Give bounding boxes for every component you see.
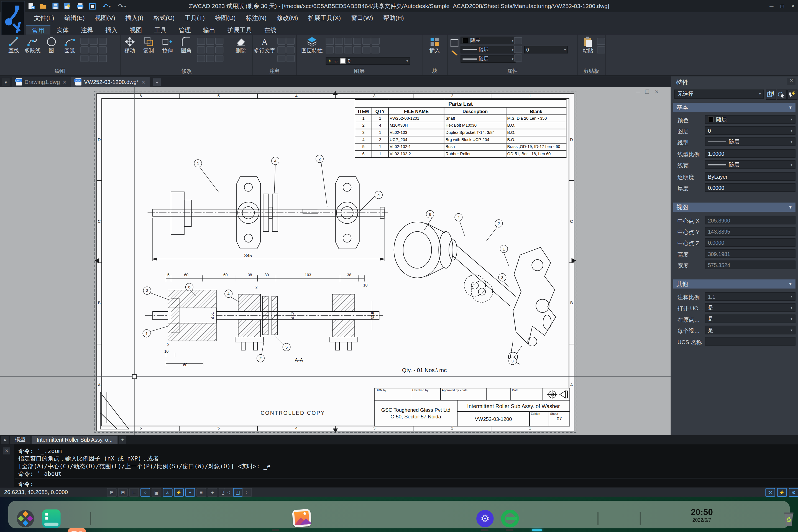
status-toggle-icon[interactable]: ▣ bbox=[152, 488, 161, 496]
document-tab[interactable]: Drawing1.dwg ✕ bbox=[12, 77, 71, 87]
section-other[interactable]: 其他▼ bbox=[673, 279, 796, 288]
transparency-field[interactable]: ByLayer bbox=[705, 172, 796, 180]
trash-icon[interactable]: ♻ bbox=[780, 510, 798, 528]
menu-item[interactable]: 窗口(W) bbox=[346, 12, 378, 24]
ucs-icon-field[interactable]: 是▾ bbox=[705, 303, 796, 312]
status-toggle-icon[interactable]: ∟ bbox=[129, 488, 139, 496]
select-objects-icon[interactable] bbox=[777, 90, 787, 100]
ucs-name-field[interactable] bbox=[705, 337, 796, 345]
menu-item[interactable]: 帮助(H) bbox=[378, 12, 409, 24]
annotation-scale-field[interactable]: 1:1▾ bbox=[705, 292, 796, 301]
document-tab-active[interactable]: VW252-03-1200.dwg* ✕ bbox=[71, 77, 150, 87]
photos-app-icon[interactable] bbox=[292, 509, 312, 528]
ltscale-field[interactable]: 1.0000 bbox=[705, 149, 796, 158]
close-button[interactable]: × bbox=[788, 2, 798, 10]
menu-item[interactable]: 格式(O) bbox=[149, 12, 180, 24]
settings-gear-icon[interactable]: ⚙ bbox=[789, 488, 798, 496]
close-tab-icon[interactable]: ✕ bbox=[141, 79, 146, 85]
minimize-button[interactable]: ─ bbox=[766, 2, 777, 10]
layer-select[interactable]: ☀ ☼ 0▾ bbox=[326, 57, 410, 65]
layer-properties-button[interactable]: 图层特性 bbox=[303, 36, 321, 66]
menu-item[interactable]: 修改(M) bbox=[271, 12, 303, 24]
status-toggle-icon[interactable]: ⊞ bbox=[118, 488, 128, 496]
assistant-icon[interactable]: ⚒ bbox=[765, 488, 775, 496]
status-toggle-icon[interactable]: ○ bbox=[140, 488, 150, 496]
command-prompt[interactable]: 命令: bbox=[18, 480, 34, 488]
lineweight-field[interactable]: 随层▾ bbox=[705, 160, 796, 169]
layer-tools-grid[interactable] bbox=[326, 38, 380, 54]
panel-label-modify[interactable]: 修改 bbox=[120, 68, 252, 75]
draw-tools-grid[interactable] bbox=[80, 38, 107, 63]
mtext-button[interactable]: A 多行文字 bbox=[255, 36, 274, 66]
ribbon-tab[interactable]: 插入 bbox=[99, 25, 124, 35]
per-viewport-field[interactable]: 是▾ bbox=[705, 326, 796, 335]
zwcad-logo[interactable] bbox=[1, 1, 25, 39]
model-tab[interactable]: 模型 bbox=[10, 436, 31, 443]
match-properties-icon[interactable] bbox=[450, 39, 459, 59]
viewport-nav-icon[interactable]: ◳ bbox=[233, 488, 243, 496]
fillet-button[interactable]: 圆角 bbox=[177, 36, 195, 66]
color-field[interactable]: 随层▾ bbox=[705, 115, 796, 124]
next-view-icon[interactable]: > bbox=[242, 488, 252, 496]
color-control[interactable]: 随层▾ bbox=[460, 37, 515, 44]
panel-label-draw[interactable]: 绘图 bbox=[0, 68, 120, 75]
ribbon-tab[interactable]: 视图 bbox=[124, 25, 148, 35]
menu-item[interactable]: 工具(T) bbox=[179, 12, 210, 24]
menu-item[interactable]: 编辑(E) bbox=[59, 12, 90, 24]
launcher-icon[interactable] bbox=[16, 510, 35, 528]
performance-icon[interactable]: ⚡ bbox=[777, 488, 787, 496]
line-button[interactable]: 直线 bbox=[5, 36, 23, 66]
palette-close-icon[interactable]: ✕ bbox=[787, 78, 795, 85]
drawing-canvas[interactable]: ─❐✕ bbox=[0, 87, 671, 435]
ribbon-tab[interactable]: 在线 bbox=[258, 25, 282, 35]
plot-style-control[interactable]: 0▾ bbox=[524, 46, 568, 54]
status-toggle-icon[interactable]: ∠ bbox=[163, 488, 173, 496]
layer-field[interactable]: 0▾ bbox=[705, 126, 796, 135]
status-toggle-icon[interactable]: ⚡ bbox=[174, 488, 184, 496]
ribbon-tab[interactable]: 工具 bbox=[148, 25, 172, 35]
close-tab-icon[interactable]: ✕ bbox=[62, 79, 66, 85]
prev-view-icon[interactable]: < bbox=[224, 488, 233, 496]
taskbar-clock[interactable]: 20:50 2022/6/7 bbox=[686, 508, 718, 522]
erase-button[interactable]: 删除 bbox=[232, 36, 250, 66]
insert-block-button[interactable]: 插入 bbox=[425, 36, 444, 66]
menu-item[interactable]: 绘图(D) bbox=[210, 12, 241, 24]
panel-label-annotate[interactable]: 注释 bbox=[253, 68, 296, 75]
menu-item[interactable]: 标注(N) bbox=[241, 12, 271, 24]
ribbon-tab[interactable]: 输出 bbox=[197, 25, 222, 35]
copy-button[interactable]: 复制 bbox=[139, 36, 158, 66]
widgets-app-icon[interactable] bbox=[68, 528, 86, 532]
layout-tab-active[interactable]: Intermittent Roller Sub Assy. o... bbox=[32, 436, 118, 443]
panel-label-clipboard[interactable]: 剪贴板 bbox=[578, 68, 605, 75]
polyline-button[interactable]: 多段线 bbox=[23, 36, 41, 66]
menu-item[interactable]: 扩展工具(X) bbox=[303, 12, 346, 24]
section-view[interactable]: 视图▼ bbox=[673, 203, 796, 212]
ucs-origin-field[interactable]: 是▾ bbox=[705, 315, 796, 323]
ribbon-tab[interactable]: 实体 bbox=[51, 25, 75, 35]
property-tools-col[interactable] bbox=[514, 37, 522, 62]
ribbon-tab[interactable]: 注释 bbox=[75, 25, 99, 35]
status-toggle-icon[interactable]: ≡ bbox=[196, 488, 206, 496]
panel-label-layers[interactable]: 图层 bbox=[297, 68, 422, 75]
arc-button[interactable]: 圆弧 bbox=[61, 36, 79, 66]
linetype-control[interactable]: 随层▾ bbox=[460, 46, 515, 54]
new-tab-button[interactable]: + bbox=[153, 78, 161, 86]
section-basic[interactable]: 基本▼ bbox=[673, 103, 796, 112]
ribbon-tab[interactable]: 管理 bbox=[173, 25, 197, 35]
menu-item[interactable]: 插入(I) bbox=[120, 12, 149, 24]
selection-combo[interactable]: 无选择▾ bbox=[674, 90, 764, 99]
control-center-app-icon[interactable]: ⚙ bbox=[476, 510, 494, 528]
files-app-icon[interactable] bbox=[42, 510, 60, 528]
clipboard-tools-col[interactable] bbox=[597, 38, 605, 54]
toggle-pickadd-icon[interactable] bbox=[766, 90, 776, 100]
command-window[interactable]: ✕ 命令: '_.zoom 指定窗口的角点，输入比例因子 (nX 或 nXP)，… bbox=[0, 444, 798, 488]
expand-layouts-icon[interactable]: ▲ bbox=[1, 436, 9, 443]
status-toggle-icon[interactable]: + bbox=[185, 488, 195, 496]
browser-app-icon[interactable] bbox=[501, 510, 519, 528]
maximize-button[interactable]: □ bbox=[777, 2, 787, 10]
panel-label-properties[interactable]: 属性 bbox=[448, 68, 577, 75]
tab-list-dropdown-icon[interactable]: ▾ bbox=[2, 78, 10, 86]
new-layout-button[interactable]: + bbox=[119, 436, 126, 443]
paste-button[interactable]: 粘贴 bbox=[578, 36, 597, 66]
quick-select-icon[interactable] bbox=[787, 90, 797, 100]
